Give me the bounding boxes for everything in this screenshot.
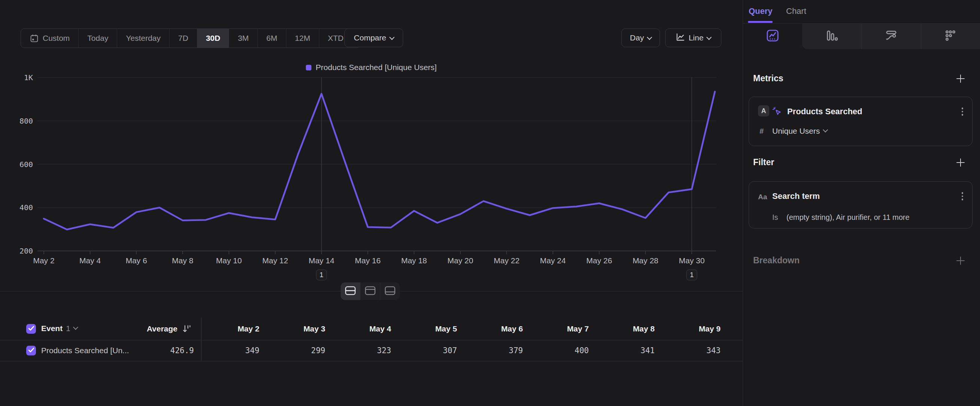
series-line[interactable]: [44, 92, 715, 229]
cell-value: 323: [327, 346, 391, 355]
select-all-checkbox[interactable]: [26, 324, 36, 334]
column-header[interactable]: May 7: [525, 324, 589, 333]
tab-chart[interactable]: Chart: [786, 6, 806, 16]
metrics-heading: Metrics: [753, 73, 783, 84]
series-checkbox[interactable]: [26, 346, 36, 355]
layout-bottom-button[interactable]: [380, 282, 400, 300]
add-breakdown-button[interactable]: [956, 256, 965, 265]
x-axis-tick-label: May 14: [309, 256, 334, 265]
table-header-row: Event 1 Average May 2May 3May 4May 5May …: [0, 318, 743, 341]
y-axis-tick-label: 600: [19, 160, 33, 169]
add-metric-button[interactable]: [956, 74, 965, 83]
line-chart-icon: [766, 29, 780, 44]
charttype-tab-line-chart[interactable]: [743, 24, 802, 49]
charttype-tab-group: [802, 24, 980, 49]
x-axis-tick-label: May 26: [586, 256, 612, 265]
column-header[interactable]: May 9: [656, 324, 721, 333]
panel-tab-bar: Query Chart: [743, 0, 980, 24]
x-axis-tick-label: May 8: [172, 256, 193, 265]
metric-letter-badge: A: [758, 105, 769, 116]
layout-bottom-icon: [385, 286, 396, 297]
results-table: Event 1 Average May 2May 3May 4May 5May …: [0, 318, 743, 361]
x-axis-tick-label: May 18: [401, 256, 427, 265]
active-tab-underline: [748, 21, 773, 23]
event-cursor-icon: [772, 106, 782, 118]
column-header[interactable]: May 6: [458, 324, 523, 333]
add-filter-button[interactable]: [956, 158, 965, 167]
annotation-badge-label: 1: [690, 271, 694, 279]
chevron-down-icon: [823, 127, 828, 132]
x-axis-tick-label: May 22: [494, 256, 520, 265]
x-axis-tick-label: May 2: [33, 256, 54, 265]
cell-value: 343: [656, 346, 721, 355]
table-row: Products Searched [Un... 426.9 349299323…: [0, 341, 743, 361]
column-header[interactable]: May 4: [327, 324, 391, 333]
check-icon: [28, 347, 35, 354]
annotation-badge-label: 1: [320, 271, 324, 279]
column-header[interactable]: May 5: [393, 324, 457, 333]
chevron-down-icon: [73, 325, 78, 330]
breakdown-heading: Breakdown: [753, 255, 800, 266]
layout-top-icon: [364, 286, 376, 297]
filter-value[interactable]: (empty string), Air purifier, or 11 more: [786, 213, 910, 222]
x-axis-tick-label: May 20: [447, 256, 473, 265]
aggregation-symbol: #: [759, 127, 764, 135]
main-area: CustomTodayYesterday7D30D3M6M12MXTD Comp…: [0, 0, 743, 406]
grid-dots-icon: [944, 29, 957, 44]
bar-chart-icon: [825, 29, 838, 44]
x-axis-tick-label: May 12: [262, 256, 288, 265]
x-axis-tick-label: May 10: [216, 256, 242, 265]
column-header[interactable]: May 3: [261, 324, 325, 333]
event-column-header[interactable]: Event 1: [41, 324, 78, 333]
text-property-icon: Aa: [758, 193, 767, 201]
cell-value: 379: [458, 346, 523, 355]
event-count: 1: [66, 324, 70, 333]
x-axis-tick-label: May 30: [679, 256, 705, 265]
y-axis-tick-label: 200: [19, 247, 33, 255]
x-axis-tick-label: May 16: [355, 256, 381, 265]
layout-top-button[interactable]: [361, 282, 380, 300]
filter-menu-icon[interactable]: [962, 192, 964, 201]
filter-property-name[interactable]: Search term: [772, 191, 820, 201]
cell-value: 299: [261, 346, 325, 355]
filter-heading: Filter: [753, 157, 774, 167]
x-axis-tick-label: May 28: [633, 256, 659, 265]
cell-value: 400: [525, 346, 589, 355]
column-header[interactable]: May 2: [195, 324, 259, 333]
metric-menu-icon[interactable]: [962, 107, 964, 116]
x-axis-tick-label: May 6: [126, 256, 147, 265]
y-axis-tick-label: 1K: [24, 73, 33, 82]
charttype-tab-grid-dots[interactable]: [921, 24, 980, 49]
charttype-tab-flow[interactable]: [861, 24, 921, 49]
column-header[interactable]: May 8: [590, 324, 655, 333]
chart-type-tab-strip: [743, 24, 980, 49]
cell-value: 349: [195, 346, 259, 355]
aggregation-label: Unique Users: [772, 127, 820, 135]
x-axis-tick-label: May 24: [540, 256, 566, 265]
charttype-tab-bar-chart[interactable]: [802, 24, 862, 49]
y-axis-tick-label: 800: [19, 116, 33, 126]
event-label: Event: [41, 324, 62, 333]
tab-query[interactable]: Query: [749, 6, 773, 16]
filter-card[interactable]: Aa Search term Is (empty string), Air pu…: [749, 181, 972, 228]
y-axis-tick-label: 400: [19, 203, 33, 212]
layout-switcher: [340, 282, 400, 300]
average-value: 426.9: [112, 346, 194, 355]
layout-split-button[interactable]: [340, 282, 361, 300]
sort-descending-icon[interactable]: [182, 324, 192, 335]
aggregation-dropdown[interactable]: Unique Users: [772, 127, 827, 135]
metric-name[interactable]: Products Searched: [787, 107, 862, 116]
query-panel: Query Chart Metrics A Products Searched …: [743, 0, 980, 406]
line-chart: 1K800600400200May 2May 4May 6May 8May 10…: [0, 0, 743, 299]
layout-split-icon: [345, 286, 356, 297]
metric-card[interactable]: A Products Searched # Unique Users: [749, 97, 972, 146]
flow-icon: [885, 29, 898, 44]
cell-value: 341: [590, 346, 655, 355]
average-column-header[interactable]: Average: [105, 324, 177, 333]
x-axis-tick-label: May 4: [80, 256, 101, 265]
check-icon: [28, 325, 35, 333]
cell-value: 307: [393, 346, 457, 355]
filter-operator[interactable]: Is: [772, 213, 778, 222]
